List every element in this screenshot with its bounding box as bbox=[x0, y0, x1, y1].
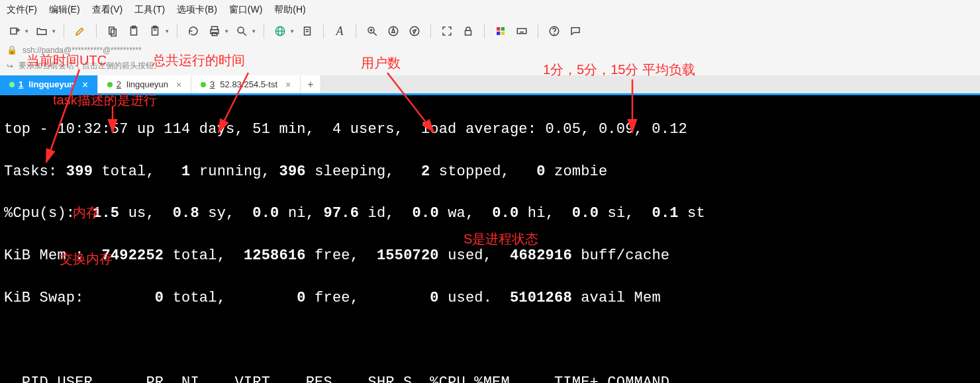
svg-rect-30 bbox=[497, 27, 500, 30]
font-icon[interactable]: A bbox=[332, 24, 348, 38]
close-icon[interactable]: × bbox=[285, 79, 291, 90]
svg-rect-31 bbox=[501, 27, 505, 30]
tab-label: lingqueyun bbox=[28, 79, 74, 89]
clipboard2-icon[interactable] bbox=[147, 24, 163, 38]
blank-line bbox=[4, 330, 976, 351]
keyboard-icon[interactable] bbox=[514, 24, 530, 38]
tab-2[interactable]: 2 lingqueyun × bbox=[98, 75, 191, 93]
edit-icon[interactable] bbox=[72, 24, 88, 38]
menu-tools[interactable]: 工具(T) bbox=[134, 4, 165, 16]
lock-icon[interactable] bbox=[460, 24, 476, 38]
svg-point-13 bbox=[238, 27, 244, 33]
svg-rect-29 bbox=[466, 30, 471, 35]
fullscreen-icon[interactable] bbox=[439, 24, 455, 38]
svg-rect-33 bbox=[501, 32, 505, 35]
help-icon[interactable] bbox=[546, 24, 562, 38]
hint-bar: ↪ 要添加当前会话，点击左侧的箭头按钮。 bbox=[0, 58, 980, 75]
svg-point-27 bbox=[410, 26, 419, 36]
copy-icon[interactable] bbox=[105, 24, 121, 38]
top-tasks-line: Tasks: 399 total, 1 running, 396 sleepin… bbox=[4, 161, 976, 183]
compass2-icon[interactable] bbox=[385, 24, 401, 38]
close-icon[interactable]: × bbox=[83, 79, 88, 90]
hint-text: 要添加当前会话，点击左侧的箭头按钮。 bbox=[19, 60, 162, 71]
menu-bar: 文件(F) 编辑(E) 查看(V) 工具(T) 选项卡(B) 窗口(W) 帮助(… bbox=[0, 0, 980, 20]
color-icon[interactable] bbox=[493, 24, 509, 38]
tab-label: 52.83.254.5-tst bbox=[220, 79, 277, 89]
paste-icon[interactable] bbox=[126, 24, 142, 38]
terminal[interactable]: top - 10:32:57 up 114 days, 51 min, 4 us… bbox=[0, 95, 980, 383]
compass-icon[interactable] bbox=[407, 24, 422, 38]
top-swap-line: KiB Swap: 0 total, 0 free, 0 used. 51012… bbox=[4, 288, 976, 309]
bookmark-arrow-icon[interactable]: ↪ bbox=[7, 62, 13, 71]
chat-icon[interactable] bbox=[567, 24, 583, 38]
svg-rect-0 bbox=[11, 28, 17, 34]
tab-num: 2 bbox=[117, 79, 121, 89]
new-tab-icon[interactable] bbox=[7, 24, 23, 38]
address-bar: 🔒 ssh://panda@**********@********** bbox=[0, 42, 980, 58]
tab-add-button[interactable]: + bbox=[301, 75, 320, 93]
top-cpu-line: %Cpu(s): 1.5 us, 0.8 sy, 0.0 ni, 97.6 id… bbox=[4, 203, 976, 224]
proc-header: PID USER PR NI VIRT RES SHR S %CPU %MEM … bbox=[4, 372, 976, 383]
menu-tabs[interactable]: 选项卡(B) bbox=[177, 4, 217, 16]
menu-help[interactable]: 帮助(H) bbox=[274, 4, 305, 16]
close-icon[interactable]: × bbox=[176, 79, 181, 90]
globe-icon[interactable] bbox=[272, 24, 288, 38]
menu-file[interactable]: 文件(F) bbox=[7, 4, 37, 16]
search-icon[interactable] bbox=[234, 24, 250, 38]
tab-strip: 1 lingqueyun × 2 lingqueyun × 3 52.83.25… bbox=[0, 75, 980, 95]
zoom-in-icon[interactable] bbox=[364, 24, 380, 38]
svg-marker-26 bbox=[392, 28, 395, 33]
top-summary-line: top - 10:32:57 up 114 days, 51 min, 4 us… bbox=[4, 119, 976, 140]
menu-edit[interactable]: 编辑(E) bbox=[49, 4, 80, 16]
top-mem-line: KiB Mem : 7492252 total, 1258616 free, 1… bbox=[4, 245, 976, 267]
tab-num: 3 bbox=[210, 79, 215, 89]
toolbar: ▾ ▾ ▾ ▾ ▾ ▾ A bbox=[0, 20, 980, 42]
svg-rect-32 bbox=[497, 32, 500, 35]
tab-3[interactable]: 3 52.83.254.5-tst × bbox=[191, 75, 301, 93]
tab-label: lingqueyun bbox=[126, 79, 168, 89]
status-dot-icon bbox=[201, 82, 206, 87]
status-dot-icon bbox=[107, 82, 113, 87]
menu-window[interactable]: 窗口(W) bbox=[229, 4, 263, 16]
clipboard3-icon[interactable] bbox=[299, 24, 315, 38]
print-icon[interactable] bbox=[207, 24, 222, 38]
menu-view[interactable]: 查看(V) bbox=[92, 4, 123, 16]
svg-point-40 bbox=[554, 34, 555, 34]
open-icon[interactable] bbox=[34, 24, 50, 38]
tab-num: 1 bbox=[19, 79, 23, 89]
tab-1[interactable]: 1 lingqueyun × bbox=[0, 75, 98, 93]
lock-small-icon: 🔒 bbox=[7, 45, 17, 55]
svg-rect-34 bbox=[517, 28, 526, 34]
status-dot-icon bbox=[9, 82, 15, 87]
svg-line-24 bbox=[373, 32, 377, 36]
address-text: ssh://panda@**********@********** bbox=[23, 46, 142, 55]
refresh-icon[interactable] bbox=[185, 24, 201, 38]
svg-marker-28 bbox=[413, 30, 416, 34]
svg-line-14 bbox=[243, 32, 246, 36]
